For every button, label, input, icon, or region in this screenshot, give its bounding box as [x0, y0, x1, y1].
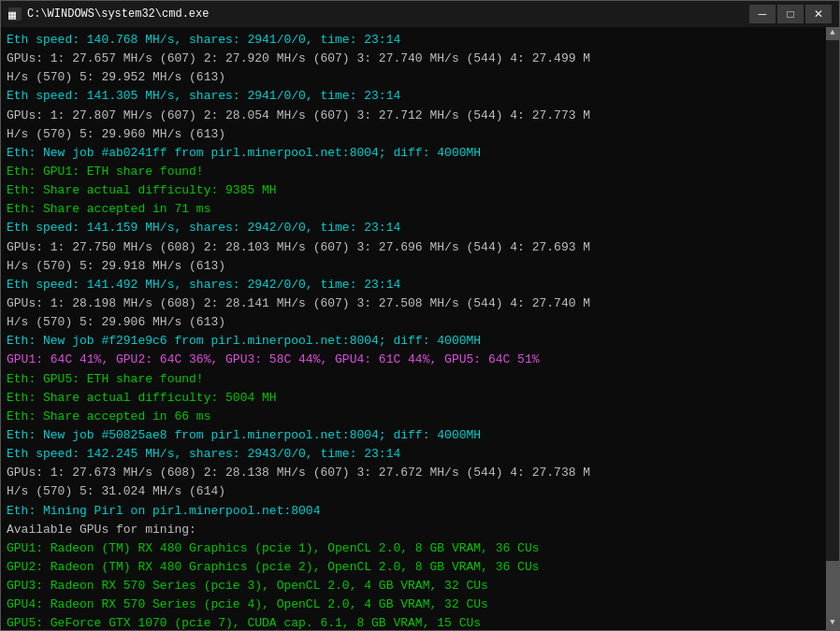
window-controls: ─ □ ✕: [749, 5, 832, 23]
terminal-line: Eth: Share actual difficulty: 5004 MH: [7, 389, 833, 408]
scrollbar[interactable]: ▲ ▼: [826, 27, 839, 630]
terminal-line: GPU1: Radeon (TM) RX 480 Graphics (pcie …: [7, 539, 833, 558]
terminal-line: GPUs: 1: 27.807 MH/s (607) 2: 28.054 MH/…: [7, 107, 833, 125]
terminal-line: GPUs: 1: 27.657 MH/s (607) 2: 27.920 MH/…: [7, 50, 833, 68]
scrollbar-track[interactable]: [826, 40, 839, 617]
scrollbar-thumb[interactable]: [826, 561, 839, 617]
window-title: C:\WINDOWS\system32\cmd.exe: [27, 7, 209, 21]
terminal-line: H/s (570) 5: 29.906 MH/s (613): [7, 313, 833, 332]
terminal-line: H/s (570) 5: 31.024 MH/s (614): [7, 482, 833, 501]
minimize-button[interactable]: ─: [749, 5, 775, 23]
terminal-line: Eth: GPU1: ETH share found!: [7, 163, 833, 181]
scrollbar-up-button[interactable]: ▲: [826, 27, 839, 40]
terminal-line: Eth: New job #f291e9c6 from pirl.minerpo…: [7, 332, 833, 351]
terminal-line: Eth: New job #50825ae8 from pirl.minerpo…: [7, 426, 833, 445]
terminal-line: Eth: Share accepted in 66 ms: [7, 408, 833, 426]
terminal-line: GPU1: 64C 41%, GPU2: 64C 36%, GPU3: 58C …: [7, 351, 833, 369]
terminal-line: H/s (570) 5: 29.952 MH/s (613): [7, 68, 833, 87]
terminal-line: GPU3: Radeon RX 570 Series (pcie 3), Ope…: [7, 577, 833, 595]
terminal-line: Eth: Mining Pirl on pirl.minerpool.net:8…: [7, 502, 833, 521]
terminal-line: GPU2: Radeon (TM) RX 480 Graphics (pcie …: [7, 558, 833, 577]
terminal-line: Eth speed: 141.159 MH/s, shares: 2942/0/…: [7, 219, 833, 237]
terminal-line: Eth: Share actual difficulty: 9385 MH: [7, 181, 833, 200]
terminal-line: GPUs: 1: 27.750 MH/s (608) 2: 28.103 MH/…: [7, 238, 833, 257]
terminal-line: GPUs: 1: 28.198 MH/s (608) 2: 28.141 MH/…: [7, 294, 833, 313]
title-bar-left: ▦ C:\WINDOWS\system32\cmd.exe: [8, 7, 209, 21]
terminal-line: GPU5: GeForce GTX 1070 (pcie 7), CUDA ca…: [7, 614, 833, 630]
terminal-line: Eth: Share accepted in 71 ms: [7, 200, 833, 219]
scrollbar-down-button[interactable]: ▼: [826, 617, 839, 630]
terminal-output: Eth speed: 140.768 MH/s, shares: 2941/0/…: [1, 27, 839, 630]
terminal-line: Available GPUs for mining:: [7, 521, 833, 539]
window: ▦ C:\WINDOWS\system32\cmd.exe ─ □ ✕ Eth …: [0, 0, 840, 631]
title-bar: ▦ C:\WINDOWS\system32\cmd.exe ─ □ ✕: [1, 1, 839, 27]
cmd-icon: ▦: [8, 7, 22, 21]
terminal-line: Eth speed: 141.492 MH/s, shares: 2942/0/…: [7, 276, 833, 294]
terminal-line: GPU4: Radeon RX 570 Series (pcie 4), Ope…: [7, 595, 833, 614]
terminal-line: H/s (570) 5: 29.918 MH/s (613): [7, 257, 833, 276]
terminal-line: Eth speed: 141.305 MH/s, shares: 2941/0/…: [7, 87, 833, 106]
close-button[interactable]: ✕: [805, 5, 832, 23]
terminal-line: Eth speed: 142.245 MH/s, shares: 2943/0/…: [7, 445, 833, 464]
terminal-line: H/s (570) 5: 29.960 MH/s (613): [7, 125, 833, 144]
terminal-line: Eth: New job #ab0241ff from pirl.minerpo…: [7, 144, 833, 163]
terminal-line: Eth: GPU5: ETH share found!: [7, 370, 833, 389]
terminal-line: GPUs: 1: 27.673 MH/s (608) 2: 28.138 MH/…: [7, 464, 833, 482]
terminal-line: Eth speed: 140.768 MH/s, shares: 2941/0/…: [7, 31, 833, 50]
maximize-button[interactable]: □: [777, 5, 804, 23]
